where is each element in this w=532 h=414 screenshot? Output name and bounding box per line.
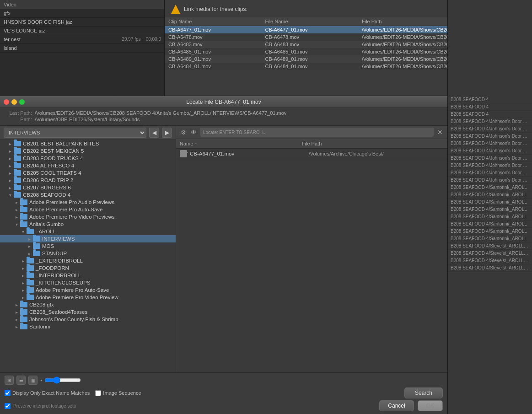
preserve-checkbox[interactable] bbox=[5, 403, 11, 409]
folder-icon bbox=[33, 243, 40, 249]
locate-dialog: Locate File CB-A6477_01.mov Last Path: /… bbox=[0, 96, 447, 414]
folder-icon bbox=[27, 265, 34, 271]
folder-icon bbox=[20, 214, 27, 220]
right-path-item: B208 SEAFOOD 4/Santorini/_AROLL bbox=[448, 220, 532, 228]
file-name-cell: CB-A6489_01.mov bbox=[261, 55, 358, 63]
eye-button[interactable]: 👁 bbox=[190, 129, 198, 136]
right-paths-panel: B208 SEAFOOD 4B208 SEAFOOD 4B208 SEAFOOD… bbox=[447, 0, 532, 414]
bg-clip-item: VE'S LOUNGE jaz bbox=[0, 27, 165, 35]
tree-item[interactable]: ▸_FOODPORN bbox=[0, 264, 176, 272]
exact-match-text: Display Only Exact Name Matches bbox=[12, 390, 90, 396]
locate-bottom: ⊞ ☰ ▦ ● Display Only Exact Name Matches … bbox=[0, 372, 447, 414]
maximize-dot[interactable] bbox=[19, 99, 25, 105]
right-path-item: B208 SEAFOOD 4/Santorini/_AROLL bbox=[448, 191, 532, 199]
tree-chevron-icon: ▾ bbox=[19, 229, 27, 234]
close-search-button[interactable]: ✕ bbox=[436, 129, 444, 136]
tree-item[interactable]: ▸Adobe Premiere Pro Auto-Save bbox=[0, 286, 176, 294]
bg-clip-item: gfx bbox=[0, 9, 165, 18]
folder-icon bbox=[20, 221, 27, 227]
tree-item[interactable]: ▸_KITCHENCLOSEUPS bbox=[0, 279, 176, 286]
tree-item[interactable]: ▸CB203 FOOD TRUCKS 4 bbox=[0, 155, 176, 162]
tree-item[interactable]: ▸Adobe Premiere Pro Auto-Save bbox=[0, 206, 176, 213]
col-header-file: File Name bbox=[261, 17, 358, 26]
col-header-clip: Clip Name bbox=[165, 17, 261, 26]
folder-icon bbox=[14, 170, 21, 176]
bg-clip-item: lsland bbox=[0, 44, 165, 53]
tree-item[interactable]: ▸Adobe Premiere Pro Video Preview bbox=[0, 294, 176, 301]
tree-item[interactable]: ▸MOS bbox=[0, 242, 176, 250]
tree-item[interactable]: ▾_AROLL bbox=[0, 228, 176, 235]
folder-icon bbox=[27, 229, 34, 234]
last-path-row: Last Path: /Volumes/EDIT26-MEDIA/Shows/C… bbox=[5, 110, 443, 116]
filter-button[interactable]: ⚙ bbox=[180, 129, 187, 136]
tree-item-label: STANDUP bbox=[42, 251, 67, 256]
search-button[interactable]: Search bbox=[404, 387, 443, 398]
exact-match-checkbox[interactable] bbox=[5, 390, 11, 396]
tree-item[interactable]: ▾Anita's Gumbo bbox=[0, 220, 176, 228]
tree-item-label: CB206 ROAD TRIP 2 bbox=[23, 177, 73, 183]
bg-topbar-label: Video bbox=[4, 2, 16, 7]
tree-item-label: CB201 BEST BALLPARK BITES bbox=[23, 141, 99, 146]
tree-chevron-icon: ▾ bbox=[6, 193, 14, 198]
grid-view-button[interactable]: ⊞ bbox=[5, 376, 14, 385]
file-doc-icon bbox=[180, 150, 187, 157]
tree-item-label: Johnson's Door County Fish & Shrimp bbox=[29, 317, 118, 322]
checkbox-group: Display Only Exact Name Matches Image Se… bbox=[5, 390, 141, 396]
right-path-item: B208 SEAFOOD 4/Johnson's Door Cou bbox=[448, 118, 532, 125]
nav-forward-button[interactable]: ▶ bbox=[162, 128, 172, 138]
tree-item[interactable]: ▸Adobe Premiere Pro Video Previews bbox=[0, 213, 176, 220]
tree-item-label: CB207 BURGERS 6 bbox=[23, 185, 71, 190]
bg-clip-name: gfx bbox=[4, 11, 11, 16]
right-path-item: B208 SEAFOOD 4/Johnson's Door Cou bbox=[448, 169, 532, 177]
tree-item[interactable]: ▸CB208 gfx bbox=[0, 301, 176, 308]
folder-icon bbox=[20, 199, 27, 205]
size-slider[interactable] bbox=[44, 376, 81, 384]
titlebar-dots bbox=[4, 99, 25, 105]
right-path-item: B208 SEAFOOD 4/Steve's/_AROLL/INT bbox=[448, 264, 532, 272]
tree-chevron-icon: ▸ bbox=[13, 207, 20, 212]
slider-icon-small: ● bbox=[40, 378, 43, 382]
clip-name-cell: CB-A6484_01.mov bbox=[165, 63, 261, 70]
right-path-item: B208 SEAFOOD 4/Santorini/_AROLL bbox=[448, 235, 532, 242]
tree-item[interactable]: ▸_EXTERIORBROLL bbox=[0, 257, 176, 264]
list-view-button[interactable]: ☰ bbox=[16, 376, 26, 385]
tree-item[interactable]: ▸STANDUP bbox=[0, 250, 176, 257]
tree-item-label: CB204 AL FRESCO 4 bbox=[23, 163, 74, 168]
tree-item[interactable]: ▸CB208_Seafood4Teases bbox=[0, 308, 176, 316]
tree-item[interactable]: ▸CB207 BURGERS 6 bbox=[0, 184, 176, 191]
image-sequence-label[interactable]: Image Sequence bbox=[95, 390, 141, 396]
tree-item[interactable]: ▸Johnson's Door County Fish & Shrimp bbox=[0, 316, 176, 323]
tree-item[interactable]: ▸CB201 BEST BALLPARK BITES bbox=[0, 140, 176, 147]
tree-item[interactable]: ▸Adobe Premiere Pro Audio Previews bbox=[0, 199, 176, 206]
right-path-item: B208 SEAFOOD 4/Santorini/_AROLL bbox=[448, 213, 532, 220]
tree-item[interactable]: ▸INTERVIEWS bbox=[0, 235, 176, 242]
bg-clip-fps: 29.97 fps 00;00;0 bbox=[122, 37, 161, 42]
folder-icon bbox=[27, 287, 34, 293]
tree-item[interactable]: ▾CB208 SEAFOOD 4 bbox=[0, 191, 176, 199]
columns-view-button[interactable]: ▦ bbox=[28, 376, 38, 385]
minimize-dot[interactable] bbox=[11, 99, 17, 105]
folder-icon bbox=[14, 192, 21, 198]
search-bar[interactable]: Locate: ENTER TO SEARCH... bbox=[200, 128, 434, 137]
folder-icon bbox=[20, 309, 27, 315]
file-name-cell: CB-A6485_01.mov bbox=[261, 48, 358, 55]
nav-back-button[interactable]: ◀ bbox=[149, 128, 159, 138]
tree-container: ▸CB201 BEST BALLPARK BITES▸CB202 BEST ME… bbox=[0, 140, 176, 330]
breadcrumb-select[interactable]: INTERVIEWS bbox=[4, 128, 146, 138]
close-dot[interactable] bbox=[4, 99, 9, 105]
ok-button[interactable]: OK bbox=[418, 400, 443, 411]
tree-item[interactable]: ▸Santorini bbox=[0, 323, 176, 330]
file-row[interactable]: CB-A6477_01.mov /Volumes/Archive/Chicago… bbox=[176, 149, 447, 159]
tree-item[interactable]: ▸CB202 BEST MEXICAN 5 bbox=[0, 147, 176, 155]
tree-item[interactable]: ▸CB205 COOL TREATS 4 bbox=[0, 169, 176, 177]
folder-icon bbox=[20, 302, 27, 307]
tree-item[interactable]: ▸CB204 AL FRESCO 4 bbox=[0, 162, 176, 169]
image-sequence-checkbox[interactable] bbox=[95, 390, 101, 396]
tree-item[interactable]: ▸_INTERIORBROLL bbox=[0, 272, 176, 279]
tree-item-label: CB205 COOL TREATS 4 bbox=[23, 170, 81, 176]
tree-item[interactable]: ▸CB206 ROAD TRIP 2 bbox=[0, 177, 176, 184]
locate-browser: INTERVIEWS ◀ ▶ ▸CB201 BEST BALLPARK BITE… bbox=[0, 126, 447, 372]
exact-match-label[interactable]: Display Only Exact Name Matches bbox=[5, 390, 90, 396]
path-value: /Volumes/OBP-EDIT26/System/Library/Sound… bbox=[35, 117, 140, 122]
cancel-button[interactable]: Cancel bbox=[379, 400, 414, 411]
